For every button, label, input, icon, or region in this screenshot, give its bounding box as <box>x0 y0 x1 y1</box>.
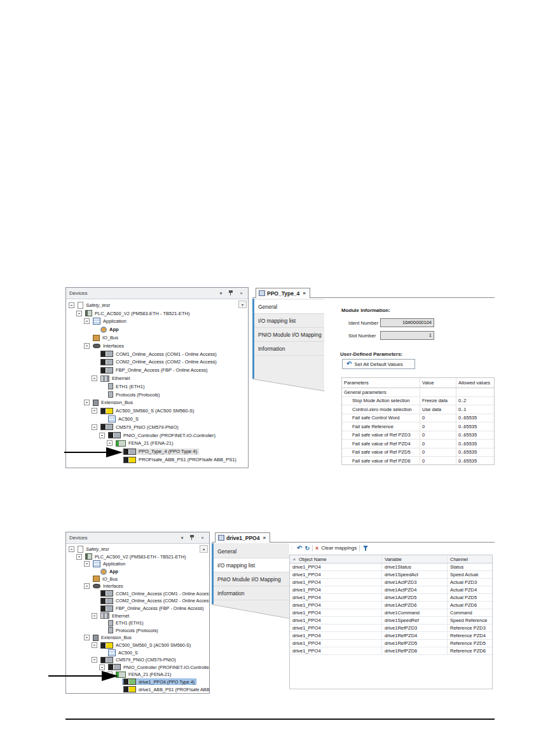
tree-item[interactable]: ETH1 (ETH1) <box>66 619 209 627</box>
expander-minus-icon[interactable] <box>84 400 92 405</box>
tree-item[interactable]: Extension_Bus <box>66 634 209 642</box>
side-tab[interactable]: Information <box>252 342 324 356</box>
param-value[interactable]: 0 <box>420 414 456 422</box>
expander-minus-icon[interactable] <box>92 424 99 430</box>
mapping-row[interactable]: drive1_PPO4drive1ActPZD6Actual PZD6 <box>290 602 492 609</box>
tree-item[interactable]: App <box>66 568 209 576</box>
tree-item[interactable]: Interfaces <box>66 342 248 350</box>
tree-item[interactable]: CM579_PNIO (CM579-PNIO) <box>66 656 209 664</box>
undo-mapping-icon[interactable]: ↶ <box>297 544 302 551</box>
tree-item[interactable]: IO_Bus <box>66 334 248 342</box>
param-row[interactable]: Stop Mode Action selectionFreeze data0..… <box>342 397 494 406</box>
expander-minus-icon[interactable] <box>92 408 99 414</box>
slot-number-field[interactable]: 1 <box>380 331 434 340</box>
side-tab[interactable]: Information <box>212 586 289 600</box>
param-value[interactable]: Use data <box>420 405 456 414</box>
tree-item[interactable]: FBP_Online_Access (FBP - Online Access) <box>66 605 209 612</box>
tree-item[interactable]: AC500_SM560_S (AC500 SM560-S) <box>66 407 248 415</box>
tree-item[interactable]: App <box>66 325 248 334</box>
mapping-row[interactable]: drive1_PPO4drive1ActPZD4Actual PZD4 <box>290 586 492 594</box>
param-row[interactable]: Fail safe value of Ref PZD500..65535 <box>342 449 494 457</box>
param-value[interactable]: 0 <box>420 431 456 440</box>
tree-item[interactable]: Interfaces <box>66 583 209 590</box>
tab-close-icon[interactable]: × <box>303 290 306 296</box>
expander-minus-icon[interactable] <box>99 433 107 438</box>
mapping-row[interactable]: drive1_PPO4drive1StatusStatus <box>290 564 492 571</box>
filter-funnel-icon[interactable] <box>362 545 369 551</box>
tree-item[interactable]: drive1_PPO4 (PPO Type 4) <box>66 678 209 686</box>
param-row[interactable]: Fail safe Control Word00..65535 <box>342 414 494 423</box>
tree-item[interactable]: Extension_Bus <box>66 399 248 407</box>
tree-item[interactable]: IO_Bus <box>66 575 209 583</box>
panel-dropdown-icon[interactable]: ▾ <box>217 290 224 297</box>
tree-item[interactable]: PROFIsafe_ABB_PS1 (PROFIsafe ABB_PS1) <box>66 456 248 464</box>
param-row[interactable]: Control-zero mode selectionUse data0..1 <box>342 405 494 414</box>
param-row[interactable]: Fail safe value of Ref PZD600..65535 <box>342 457 494 465</box>
param-row[interactable]: Fail safe value of Ref PZD400..65535 <box>342 440 494 449</box>
expander-minus-icon[interactable] <box>84 635 92 640</box>
side-tab[interactable]: General <box>252 300 324 314</box>
side-tab[interactable]: I/O mapping list <box>212 558 289 572</box>
side-tab[interactable]: I/O mapping list <box>252 314 324 328</box>
param-row[interactable]: Fail safe value of Ref PZD300..65535 <box>342 431 494 440</box>
tree-item[interactable]: COM2_Online_Access (COM2 - Online Access… <box>66 358 248 367</box>
tree-item[interactable]: Application <box>66 318 248 326</box>
param-value[interactable]: 0 <box>420 422 456 431</box>
tree-item[interactable]: Safety_test <box>66 546 209 553</box>
side-tab[interactable]: PNIO Module I/O Mapping <box>212 572 289 586</box>
tree-item[interactable]: ETH1 (ETH1) <box>66 382 248 391</box>
mapping-row[interactable]: drive1_PPO4drive1RefPZD6Reference PZD6 <box>290 647 492 655</box>
mapping-row[interactable]: drive1_PPO4drive1CommandCommand <box>290 609 492 617</box>
expander-minus-icon[interactable] <box>69 302 76 308</box>
tree-item[interactable]: AC500_S <box>66 415 248 423</box>
mapping-row[interactable]: drive1_PPO4drive1SpeedActSpeed Actual <box>290 571 492 579</box>
panel-close-icon[interactable]: × <box>199 534 206 541</box>
tree-item[interactable]: CM579_PNIO (CM579-PNIO) <box>66 423 248 431</box>
pin-icon[interactable] <box>189 534 196 541</box>
param-row[interactable]: Fail safe Reference00..65535 <box>342 422 494 431</box>
expander-minus-icon[interactable] <box>84 318 92 324</box>
tree-item[interactable]: FENA_21 (FENA-21) <box>66 440 248 448</box>
tree-item[interactable]: PLC_AC500_V2 (PM583-ETH - TB521-ETH) <box>66 553 209 561</box>
expander-minus-icon[interactable] <box>99 665 107 670</box>
tree-item[interactable]: AC500_S <box>66 649 209 656</box>
param-value[interactable]: Freeze data <box>420 397 456 405</box>
tab-close-icon[interactable]: × <box>263 535 266 541</box>
expander-minus-icon[interactable] <box>76 554 84 560</box>
tree-item[interactable]: PNIO_Controller (PROFINET-IO-Controller) <box>66 664 209 672</box>
mapping-row[interactable]: drive1_PPO4drive1ActPZD3Actual PZD3 <box>290 579 492 586</box>
expander-minus-icon[interactable] <box>84 583 92 589</box>
editor-tab[interactable]: PPO_Type_4 × <box>256 288 310 298</box>
tree-item[interactable]: COM1_Online_Access (COM1 - Online Access… <box>66 590 209 598</box>
pin-icon[interactable] <box>228 290 235 297</box>
tree-item[interactable]: Ethernet <box>66 374 248 382</box>
expander-minus-icon[interactable] <box>76 311 84 316</box>
param-value[interactable]: 0 <box>420 449 456 457</box>
param-value[interactable]: 0 <box>420 457 456 465</box>
mapping-row[interactable]: drive1_PPO4drive1RefPZD4Reference PZD4 <box>290 632 492 640</box>
expander-minus-icon[interactable] <box>92 613 99 619</box>
tree-item[interactable]: Protocols (Protocols) <box>66 627 209 635</box>
column-header[interactable]: Channel <box>448 555 492 563</box>
mapping-row[interactable]: drive1_PPO4drive1RefPZD5Reference PZD5 <box>290 640 492 647</box>
redo-mapping-icon[interactable]: ↻ <box>305 545 310 551</box>
mapping-row[interactable]: drive1_PPO4drive1SpeedRefSpeed Reference <box>290 617 492 624</box>
expander-minus-icon[interactable] <box>84 343 92 349</box>
expander-minus-icon[interactable] <box>107 440 114 446</box>
tree-item[interactable]: COM2_Online_Access (COM2 - Online Access… <box>66 597 209 605</box>
editor-tab[interactable]: drive1_PPO4 × <box>215 532 270 543</box>
clear-mappings-label[interactable]: Clear mappings <box>321 545 357 551</box>
tree-item[interactable]: Safety_test <box>66 301 248 309</box>
expander-minus-icon[interactable] <box>69 546 76 552</box>
tree-item[interactable]: COM1_Online_Access (COM1 - Online Access… <box>66 350 248 358</box>
expander-minus-icon[interactable] <box>84 561 92 567</box>
column-header[interactable]: Variable <box>382 555 448 563</box>
tree-item[interactable]: AC500_SM560_S (AC500 SM560-S) <box>66 642 209 649</box>
tree-dropdown-button[interactable]: ▾ <box>200 545 208 553</box>
tree-dropdown-button[interactable]: ▾ <box>238 300 247 308</box>
mapping-row[interactable]: drive1_PPO4drive1RefPZD3Reference PZD3 <box>290 624 492 632</box>
expander-minus-icon[interactable] <box>92 657 99 663</box>
tree-item[interactable]: PNIO_Controller (PROFINET-IO-Controller) <box>66 431 248 440</box>
ident-number-field[interactable]: 16#00000104 <box>380 318 434 327</box>
tree-item[interactable]: Ethernet <box>66 612 209 619</box>
